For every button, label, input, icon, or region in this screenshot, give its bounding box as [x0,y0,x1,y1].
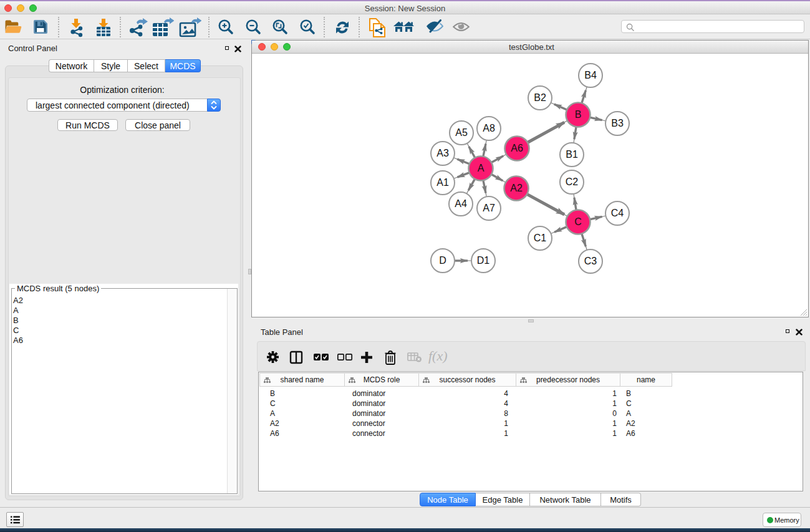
svg-text:B4: B4 [584,70,597,80]
svg-text:B: B [575,109,582,120]
svg-text:A4: A4 [455,198,467,209]
svg-text:B3: B3 [611,118,624,128]
svg-text:A8: A8 [483,123,495,133]
svg-text:A: A [478,163,485,173]
svg-text:C: C [574,216,582,227]
svg-text:B2: B2 [534,92,546,103]
svg-text:B1: B1 [566,149,578,160]
svg-text:A6: A6 [511,143,523,153]
svg-text:A5: A5 [455,127,468,138]
svg-text:C3: C3 [584,256,597,266]
svg-text:C1: C1 [534,233,547,243]
svg-text:C4: C4 [611,208,624,218]
svg-text:A3: A3 [436,148,449,158]
svg-text:D1: D1 [477,255,490,266]
svg-text:A1: A1 [436,177,449,188]
svg-text:A7: A7 [483,203,495,213]
svg-text:D: D [439,255,446,266]
svg-text:A2: A2 [510,183,523,193]
svg-text:C2: C2 [566,177,579,187]
